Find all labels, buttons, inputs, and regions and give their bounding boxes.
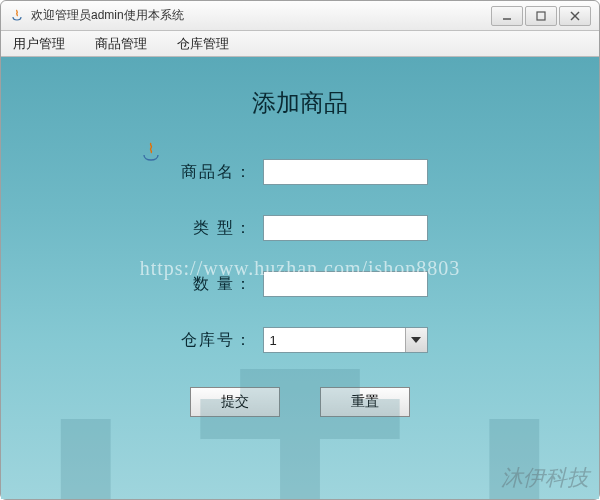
label-warehouse: 仓库号：	[173, 330, 253, 351]
window-controls	[489, 6, 591, 26]
menu-warehouse-mgmt[interactable]: 仓库管理	[171, 33, 235, 55]
page-heading: 添加商品	[1, 87, 599, 119]
minimize-button[interactable]	[491, 6, 523, 26]
close-icon	[570, 11, 580, 21]
java-icon	[9, 8, 25, 24]
content-area: 添加商品 https://www.huzhan.com/ishop8803 商品…	[1, 57, 599, 499]
label-type: 类 型：	[173, 218, 253, 239]
svg-rect-5	[489, 419, 539, 499]
submit-button[interactable]: 提交	[190, 387, 280, 417]
input-type[interactable]	[263, 215, 428, 241]
maximize-button[interactable]	[525, 6, 557, 26]
row-quantity: 数 量：	[173, 271, 428, 297]
row-type: 类 型：	[173, 215, 428, 241]
reset-button[interactable]: 重置	[320, 387, 410, 417]
watermark-corner: 沐伊科技	[501, 463, 589, 493]
svg-rect-8	[280, 439, 320, 499]
label-product-name: 商品名：	[173, 162, 253, 183]
input-quantity[interactable]	[263, 271, 428, 297]
add-product-form: 商品名： 类 型： 数 量： 仓库号： 1	[1, 159, 599, 417]
chevron-down-icon	[405, 328, 427, 352]
label-quantity: 数 量：	[173, 274, 253, 295]
row-warehouse: 仓库号： 1	[173, 327, 428, 353]
select-warehouse[interactable]: 1	[263, 327, 428, 353]
app-window: 欢迎管理员admin使用本系统 用户管理 商品管理 仓库管理	[0, 0, 600, 500]
reset-label: 重置	[351, 393, 379, 411]
minimize-icon	[502, 11, 512, 21]
submit-label: 提交	[221, 393, 249, 411]
close-button[interactable]	[559, 6, 591, 26]
titlebar: 欢迎管理员admin使用本系统	[1, 1, 599, 31]
row-product-name: 商品名：	[173, 159, 428, 185]
menu-user-mgmt[interactable]: 用户管理	[7, 33, 71, 55]
svg-rect-4	[61, 419, 111, 499]
button-row: 提交 重置	[190, 387, 410, 417]
menu-product-mgmt[interactable]: 商品管理	[89, 33, 153, 55]
maximize-icon	[536, 11, 546, 21]
svg-marker-9	[411, 337, 421, 343]
menubar: 用户管理 商品管理 仓库管理	[1, 31, 599, 57]
java-cup-icon	[141, 141, 161, 169]
input-product-name[interactable]	[263, 159, 428, 185]
svg-rect-1	[537, 12, 545, 20]
window-title: 欢迎管理员admin使用本系统	[31, 7, 489, 24]
select-warehouse-value: 1	[264, 333, 405, 348]
